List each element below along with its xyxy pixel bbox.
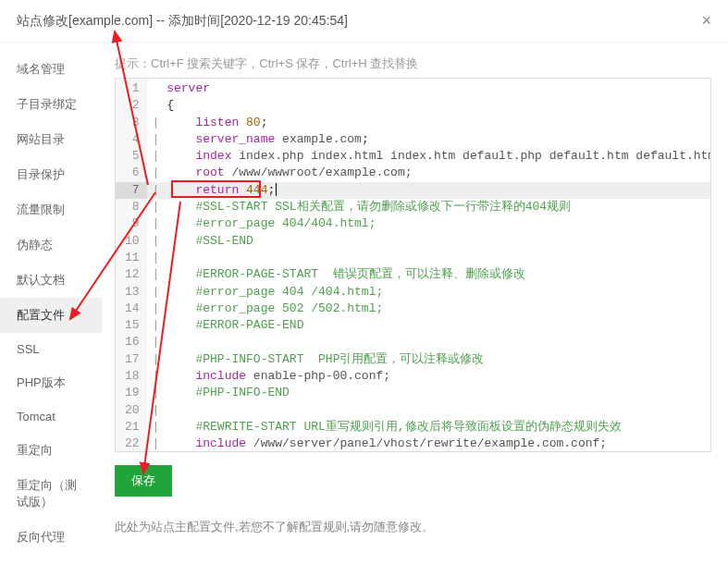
- line-number: 3: [116, 115, 147, 131]
- modal-title: 站点修改[example.com] -- 添加时间[2020-12-19 20:…: [17, 13, 348, 30]
- sidebar-item-1[interactable]: 子目录绑定: [0, 87, 102, 122]
- line-number: 11: [116, 250, 147, 266]
- code-line[interactable]: | #REWRITE-START URL重写规则引用,修改后将导致面板设置的伪静…: [147, 419, 710, 436]
- sidebar-item-0[interactable]: 域名管理: [0, 52, 102, 87]
- code-line[interactable]: | listen 80;: [147, 115, 710, 131]
- line-number: 8: [116, 199, 147, 215]
- line-number: 18: [116, 368, 147, 385]
- sidebar-item-5[interactable]: 伪静态: [0, 227, 102, 263]
- code-line[interactable]: server: [147, 80, 710, 97]
- line-number: 4: [116, 131, 147, 148]
- code-line[interactable]: | #error_page 404 /404.html;: [147, 284, 710, 301]
- line-number: 14: [116, 301, 147, 317]
- line-number: 21: [116, 419, 147, 436]
- line-number: 7: [116, 182, 147, 199]
- editor-hint: 提示：Ctrl+F 搜索关键字，Ctrl+S 保存，Ctrl+H 查找替换: [115, 55, 711, 72]
- code-line[interactable]: | #SSL-START SSL相关配置，请勿删除或修改下一行带注释的404规则: [147, 199, 710, 215]
- config-editor[interactable]: 12345678910111213141516171819202122 serv…: [115, 78, 711, 452]
- code-line[interactable]: {: [147, 97, 710, 114]
- line-number: 9: [116, 215, 147, 232]
- code-line[interactable]: | server_name example.com;: [147, 131, 710, 148]
- sidebar-item-11[interactable]: 重定向: [0, 433, 102, 468]
- editor-code[interactable]: server {| listen 80;| server_name exampl…: [147, 79, 710, 451]
- code-line[interactable]: | root /www/wwwroot/example.com;: [147, 165, 710, 181]
- site-edit-modal: 站点修改[example.com] -- 添加时间[2020-12-19 20:…: [0, 0, 728, 555]
- code-line[interactable]: | #PHP-INFO-START PHP引用配置，可以注释或修改: [147, 351, 710, 368]
- code-line[interactable]: |: [147, 334, 710, 350]
- code-line[interactable]: | return 444;: [147, 182, 710, 199]
- editor-gutter: 12345678910111213141516171819202122: [116, 79, 147, 451]
- code-line[interactable]: | include enable-php-00.conf;: [147, 368, 710, 385]
- line-number: 12: [116, 266, 147, 283]
- line-number: 15: [116, 317, 147, 334]
- sidebar-item-9[interactable]: PHP版本: [0, 365, 102, 400]
- sidebar-item-4[interactable]: 流量限制: [0, 192, 102, 227]
- line-number: 19: [116, 385, 147, 401]
- line-number: 5: [116, 148, 147, 165]
- modal-header: 站点修改[example.com] -- 添加时间[2020-12-19 20:…: [0, 0, 728, 43]
- code-line[interactable]: | #error_page 502 /502.html;: [147, 301, 710, 317]
- line-number: 10: [116, 233, 147, 250]
- code-line[interactable]: | #ERROR-PAGE-START 错误页配置，可以注释、删除或修改: [147, 266, 710, 283]
- modal-body: 域名管理子目录绑定网站目录目录保护流量限制伪静态默认文档配置文件SSLPHP版本…: [0, 43, 728, 555]
- code-line[interactable]: | include /www/server/panel/vhost/rewrit…: [147, 436, 710, 451]
- line-number: 16: [116, 334, 147, 350]
- sidebar: 域名管理子目录绑定网站目录目录保护流量限制伪静态默认文档配置文件SSLPHP版本…: [0, 43, 102, 555]
- text-cursor: [276, 183, 277, 196]
- code-line[interactable]: |: [147, 250, 710, 266]
- sidebar-item-2[interactable]: 网站目录: [0, 122, 102, 157]
- sidebar-item-12[interactable]: 重定向（测试版）: [0, 468, 102, 520]
- line-number: 22: [116, 436, 147, 452]
- line-number: 2: [116, 97, 147, 114]
- sidebar-item-8[interactable]: SSL: [0, 333, 102, 365]
- line-number: 6: [116, 165, 147, 181]
- code-line[interactable]: |: [147, 402, 710, 419]
- sidebar-item-7[interactable]: 配置文件: [0, 298, 102, 333]
- sidebar-item-6[interactable]: 默认文档: [0, 263, 102, 298]
- code-line[interactable]: | #PHP-INFO-END: [147, 385, 710, 401]
- line-number: 13: [116, 284, 147, 301]
- save-button[interactable]: 保存: [115, 465, 172, 497]
- footer-note: 此处为站点主配置文件,若您不了解配置规则,请勿随意修改。: [115, 519, 711, 535]
- line-number: 20: [116, 402, 147, 419]
- code-line[interactable]: | index index.php index.html index.htm d…: [147, 148, 710, 165]
- line-number: 17: [116, 351, 147, 368]
- code-line[interactable]: | #SSL-END: [147, 233, 710, 250]
- line-number: 1: [116, 80, 147, 97]
- code-line[interactable]: | #ERROR-PAGE-END: [147, 317, 710, 334]
- sidebar-item-3[interactable]: 目录保护: [0, 157, 102, 192]
- close-icon[interactable]: ×: [701, 11, 711, 31]
- code-line[interactable]: | #error_page 404/404.html;: [147, 215, 710, 232]
- sidebar-item-10[interactable]: Tomcat: [0, 400, 102, 433]
- main-panel: 提示：Ctrl+F 搜索关键字，Ctrl+S 保存，Ctrl+H 查找替换 12…: [102, 43, 728, 555]
- sidebar-item-13[interactable]: 反向代理: [0, 520, 102, 555]
